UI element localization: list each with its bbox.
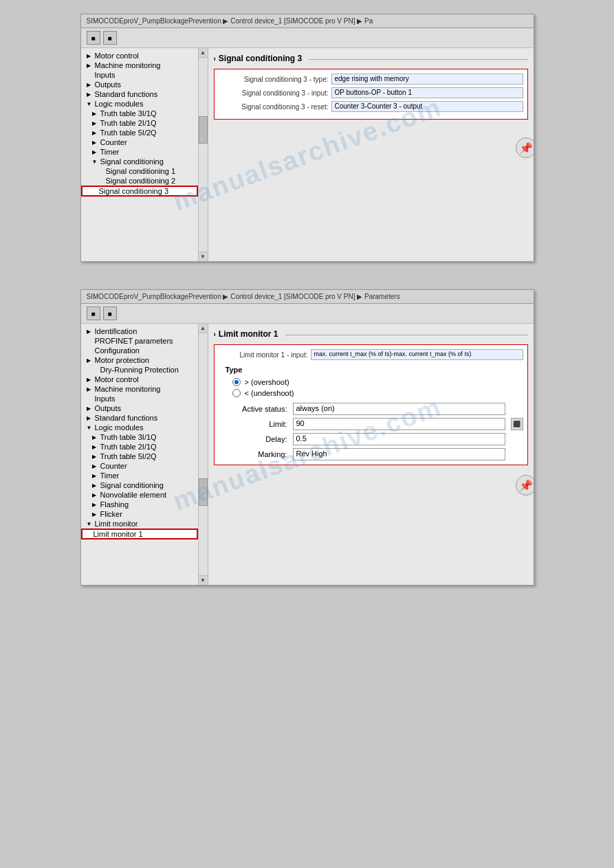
sidebar-item-sc2[interactable]: Signal conditioning 2 xyxy=(81,176,198,186)
toolbar-btn-3[interactable]: ■ xyxy=(87,307,100,320)
main-content-2: › Limit monitor 1 Limit monitor 1 - inpu… xyxy=(208,324,534,585)
sidebar-item-timer-2[interactable]: ▶Timer xyxy=(81,471,198,480)
sidebar-item-machine-monitoring[interactable]: ▶Machine monitoring xyxy=(81,60,198,70)
sidebar-item-identification[interactable]: ▶Identification xyxy=(81,326,198,336)
sidebar-item-machine-monitoring-2[interactable]: ▶Machine monitoring xyxy=(81,384,198,394)
section-title-1: › Signal conditioning 3 xyxy=(214,54,528,63)
marking-input[interactable]: Rev High xyxy=(293,448,505,460)
field-row-input: Signal conditioning 3 - input: OP button… xyxy=(219,87,523,98)
scroll-down-arrow-2[interactable]: ▼ xyxy=(199,576,207,585)
radio-undershoot-circle[interactable] xyxy=(232,389,241,397)
sidebar-item-dryrunning[interactable]: Dry-Running Protection xyxy=(81,365,198,375)
main-content-1: › Signal conditioning 3 Signal condition… xyxy=(208,48,534,261)
scroll-track-2 xyxy=(199,333,208,576)
sidebar-scrollbar-2[interactable]: ▲ ▼ xyxy=(198,324,208,585)
sidebar-item-flicker[interactable]: ▶Flicker xyxy=(81,509,198,519)
breadcrumb-2: SIMOCODEproV_PumpBlockagePrevention ▶ Co… xyxy=(81,290,534,304)
sidebar-item-truth-table-5i2q[interactable]: ▶Truth table 5I/2Q xyxy=(81,128,198,137)
scroll-up-arrow[interactable]: ▲ xyxy=(199,48,207,57)
sidebar-item-inputs-2[interactable]: Inputs xyxy=(81,394,198,403)
radio-overshoot[interactable]: > (overshoot) xyxy=(232,378,523,386)
thumbtack-icon-1: 📌 xyxy=(516,137,534,158)
scroll-up-arrow-2[interactable]: ▲ xyxy=(199,324,207,333)
sidebar-item-nonvolatile[interactable]: ▶Nonvolatile element xyxy=(81,490,198,500)
sidebar-item-standard-functions-2[interactable]: ▶Standard functions xyxy=(81,413,198,423)
radio-undershoot[interactable]: < (undershoot) xyxy=(232,389,523,397)
field-row-input-2: Limit monitor 1 - input: max. current I_… xyxy=(219,349,523,360)
sidebar-item-tt-3i1q-2[interactable]: ▶Truth table 3I/1Q xyxy=(81,432,198,442)
sidebar-item-timer[interactable]: ▶Timer xyxy=(81,147,198,157)
limit-icon-btn[interactable]: ⬛ xyxy=(511,418,523,430)
scroll-track xyxy=(199,57,208,252)
fields-panel-2: Limit monitor 1 - input: max. current I_… xyxy=(214,344,528,465)
sidebar-item-signal-cond-2[interactable]: ▶Signal conditioning xyxy=(81,480,198,490)
sidebar-item-flashing[interactable]: ▶Flashing xyxy=(81,500,198,509)
delay-input[interactable]: 0.5 xyxy=(293,433,505,445)
sidebar-item-sc3[interactable]: Signal conditioning 3 xyxy=(81,186,198,197)
limit-label: Limit: xyxy=(219,420,287,428)
active-status-label: Active status: xyxy=(219,405,287,413)
type-section: Type > (overshoot) < (undershoot) xyxy=(219,366,523,397)
scroll-thumb[interactable] xyxy=(199,116,208,144)
panel-2: SIMOCODEproV_PumpBlockagePrevention ▶ Co… xyxy=(80,289,534,586)
scroll-thumb-2[interactable] xyxy=(199,478,208,506)
active-status-input[interactable]: always (on) xyxy=(293,403,505,415)
sidebar-item-sc1[interactable]: Signal conditioning 1 xyxy=(81,166,198,176)
toolbar-btn-1[interactable]: ■ xyxy=(87,31,100,45)
scroll-down-arrow[interactable]: ▼ xyxy=(199,252,207,261)
sidebar-item-configuration[interactable]: Configuration xyxy=(81,346,198,355)
field-row-reset: Signal conditioning 3 - reset: Counter 3… xyxy=(219,101,523,112)
sidebar-item-standard-functions[interactable]: ▶Standard functions xyxy=(81,89,198,99)
field-row-type: Signal conditioning 3 - type: edge risin… xyxy=(219,74,523,85)
toolbar-btn-2[interactable]: ■ xyxy=(103,31,117,45)
section-title-2: › Limit monitor 1 xyxy=(214,329,528,339)
sidebar-item-outputs[interactable]: ▶Outputs xyxy=(81,80,198,89)
sidebar-item-outputs-2[interactable]: ▶Outputs xyxy=(81,403,198,413)
sidebar-item-limit-monitor-1[interactable]: Limit monitor 1 xyxy=(81,528,198,539)
sidebar-item-inputs[interactable]: Inputs xyxy=(81,70,198,80)
sidebar-item-signal-conditioning[interactable]: ▼Signal conditioning xyxy=(81,157,198,166)
sidebar-item-motor-control[interactable]: ▶Motor control xyxy=(81,51,198,60)
toolbar-btn-4[interactable]: ■ xyxy=(103,307,117,320)
sidebar-item-profinet[interactable]: PROFINET parameters xyxy=(81,336,198,346)
radio-group: > (overshoot) < (undershoot) xyxy=(219,378,523,397)
sidebar-item-tt-2i1q-2[interactable]: ▶Truth table 2I/1Q xyxy=(81,442,198,452)
sidebar-item-logic-modules-2[interactable]: ▼Logic modules xyxy=(81,423,198,432)
sidebar-item-tt-5i2q-2[interactable]: ▶Truth table 5I/2Q xyxy=(81,452,198,461)
thumbtack-icon-2: 📌 xyxy=(516,475,534,496)
page-wrapper: SIMOCODEproV_PumpBlockagePrevention ▶ Co… xyxy=(0,0,614,599)
marking-label: Marking: xyxy=(219,450,287,458)
radio-overshoot-circle[interactable] xyxy=(232,378,241,386)
sidebar-item-truth-table-3i1q[interactable]: ▶Truth table 3I/1Q xyxy=(81,109,198,118)
sidebar-item-counter-2[interactable]: ▶Counter xyxy=(81,461,198,471)
breadcrumb-1: SIMOCODEproV_PumpBlockagePrevention ▶ Co… xyxy=(81,14,534,28)
delay-label: Delay: xyxy=(219,435,287,443)
sidebar-item-motor-protection[interactable]: ▶Motor protection xyxy=(81,355,198,365)
sidebar-item-motor-control-2[interactable]: ▶Motor control xyxy=(81,375,198,384)
limit-input[interactable]: 90 xyxy=(293,418,505,430)
panel-1: SIMOCODEproV_PumpBlockagePrevention ▶ Co… xyxy=(80,14,534,262)
sidebar-item-truth-table-2i1q[interactable]: ▶Truth table 2I/1Q xyxy=(81,118,198,128)
fields-panel-1: Signal conditioning 3 - type: edge risin… xyxy=(214,69,528,120)
sidebar-scrollbar-1[interactable]: ▲ ▼ xyxy=(198,48,208,261)
sidebar-item-limit-monitor[interactable]: ▼Limit monitor xyxy=(81,519,198,528)
sidebar-item-counter[interactable]: ▶Counter xyxy=(81,137,198,147)
sidebar-item-logic-modules[interactable]: ▼Logic modules xyxy=(81,99,198,109)
